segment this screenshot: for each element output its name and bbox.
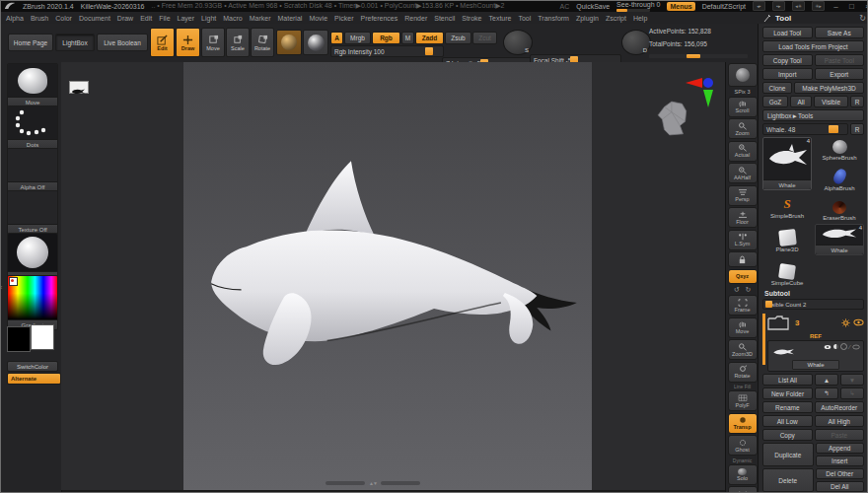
zoom-button[interactable]: Zoom	[728, 118, 758, 139]
paste-subtool-button[interactable]: Paste	[815, 429, 865, 441]
secondary-color-well[interactable]	[31, 324, 54, 350]
grab-left-icon[interactable]: ◂✳	[792, 1, 805, 11]
menu-item[interactable]: Marker	[250, 15, 271, 22]
goz-button[interactable]: GoZ	[762, 96, 788, 107]
menu-item[interactable]: Document	[79, 15, 110, 22]
subtool-up-button[interactable]: ▲	[815, 374, 838, 386]
frame-button[interactable]: Frame	[728, 295, 758, 316]
tool-item-plane3d[interactable]: Plane3D	[762, 222, 812, 253]
stroke-curve-s-button[interactable]: S	[503, 30, 533, 55]
xpose-button[interactable]: Xpose	[728, 486, 758, 493]
rotate-3d-button[interactable]: Rotate	[728, 362, 758, 383]
actual-button[interactable]: Actual	[728, 141, 758, 162]
lock-camera-button[interactable]	[728, 251, 758, 267]
grab-right-icon[interactable]: ✳▸	[812, 1, 825, 11]
eye-icon[interactable]	[852, 344, 860, 350]
eye-icon[interactable]	[824, 344, 832, 350]
new-folder-button[interactable]: New Folder	[762, 387, 813, 399]
main-color-well[interactable]	[7, 326, 31, 352]
subtool-folder-row[interactable]: 3	[767, 312, 864, 333]
viewport-canvas[interactable]: ▲▼	[61, 62, 725, 490]
home-page-button[interactable]: Home Page	[8, 34, 53, 51]
m-toggle[interactable]: M	[401, 32, 414, 44]
subtool-down-button[interactable]: ▼	[840, 374, 864, 386]
tool-item-eraserbrush[interactable]: EraserBrush	[815, 194, 864, 222]
move-out-folder-button[interactable]: ↳	[840, 387, 864, 399]
subtool-header[interactable]: Subtool	[762, 290, 864, 297]
scroll-button[interactable]: Scroll	[728, 97, 758, 117]
document-preview-chip[interactable]	[69, 81, 89, 94]
menu-item[interactable]: Movie	[309, 15, 327, 22]
rgb-toggle[interactable]: Rgb	[372, 32, 400, 44]
undo-icon[interactable]: ↺	[734, 286, 740, 294]
stroke-selector[interactable]: Dots	[7, 106, 58, 150]
menu-item[interactable]: Texture	[488, 15, 511, 22]
solo-button[interactable]: Solo	[728, 464, 758, 485]
transparency-button[interactable]: Transp	[728, 413, 758, 434]
make-polymesh3d-button[interactable]: Make PolyMesh3D	[794, 82, 864, 94]
goz-r-button[interactable]: R	[850, 96, 864, 107]
insert-button[interactable]: Insert	[816, 456, 865, 466]
list-all-button[interactable]: List All	[762, 374, 813, 386]
rgb-intensity-slider[interactable]: Rgb Intensity 100	[330, 45, 444, 57]
gear-icon[interactable]	[841, 318, 850, 327]
scroll-track-right[interactable]	[381, 481, 420, 485]
all-low-button[interactable]: All Low	[762, 415, 813, 427]
points-mini-slider[interactable]	[649, 54, 748, 58]
menu-item[interactable]: Macro	[223, 15, 242, 22]
del-other-button[interactable]: Del Other	[816, 468, 865, 479]
move-3d-button[interactable]: Move	[728, 317, 758, 338]
export-button[interactable]: Export	[815, 68, 865, 80]
subtool-item-whale[interactable]: ∕ Whale	[767, 340, 864, 372]
copy-subtool-button[interactable]: Copy	[762, 429, 813, 441]
ghost-button[interactable]: Ghost	[728, 435, 758, 456]
redo-icon[interactable]: ↻	[746, 286, 752, 294]
rename-button[interactable]: Rename	[762, 401, 813, 413]
polyframe-button[interactable]: PolyF	[728, 390, 758, 411]
load-tools-from-project-button[interactable]: Load Tools From Project	[762, 40, 864, 52]
menu-item[interactable]: Transform	[538, 15, 569, 22]
menu-item[interactable]: Alpha	[6, 15, 24, 22]
del-all-button[interactable]: Del All	[816, 481, 865, 492]
load-tool-button[interactable]: Load Tool	[762, 27, 813, 38]
quicksave-button[interactable]: QuickSave	[576, 3, 610, 10]
menu-item[interactable]: Material	[277, 15, 302, 22]
edit-button[interactable]: Edit	[150, 28, 175, 57]
paste-tool-button[interactable]: Paste Tool	[815, 54, 865, 66]
delete-button[interactable]: Delete	[762, 468, 814, 492]
alpha-a-toggle[interactable]: A	[330, 32, 343, 44]
switch-color-button[interactable]: SwitchColor	[7, 361, 58, 372]
whale-model[interactable]	[199, 156, 589, 368]
menu-item[interactable]: Edit	[140, 15, 152, 22]
lightbox-button[interactable]: LightBox	[55, 34, 95, 51]
menu-item[interactable]: Tool	[518, 15, 531, 22]
active-tool-slider[interactable]: Whale. 48	[762, 123, 848, 135]
texture-selector[interactable]: Texture Off	[7, 190, 58, 235]
qxyz-symmetry-button[interactable]: Qxyz	[728, 269, 758, 284]
clone-button[interactable]: Clone	[762, 82, 792, 94]
save-as-button[interactable]: Save As	[815, 27, 865, 38]
scroll-arrows-icon[interactable]: ▲▼	[369, 480, 377, 486]
alternate-button[interactable]: Alternate	[7, 373, 61, 385]
goz-visible-button[interactable]: Visible	[814, 96, 848, 107]
menu-item[interactable]: Stencil	[434, 15, 455, 22]
circle-icon[interactable]	[840, 343, 847, 350]
see-through-slider[interactable]: See-through 0	[616, 1, 660, 12]
zoom3d-button[interactable]: Zoom3D	[728, 339, 758, 360]
scroll-track-left[interactable]	[326, 481, 365, 485]
rotate-button[interactable]: Rotate	[251, 28, 274, 57]
lightbox-tools-button[interactable]: Lightbox►Tools	[762, 109, 864, 121]
menu-item[interactable]: Color	[55, 15, 72, 22]
refresh-icon[interactable]: ↻	[859, 14, 866, 23]
menu-item[interactable]: File	[159, 15, 170, 22]
append-button[interactable]: Append	[816, 443, 865, 454]
half-shade-icon[interactable]	[833, 344, 838, 349]
menu-item[interactable]: Draw	[117, 15, 133, 22]
menu-item[interactable]: Render	[404, 15, 427, 22]
color-swatch-corner[interactable]	[9, 277, 18, 286]
visible-count-slider[interactable]: Visible Count 2	[762, 299, 864, 310]
move-button[interactable]: Move	[201, 28, 225, 57]
folder-visibility-eye-icon[interactable]	[853, 318, 864, 326]
menus-toggle[interactable]: Menus	[667, 2, 694, 11]
material-preview-button[interactable]	[303, 30, 328, 55]
